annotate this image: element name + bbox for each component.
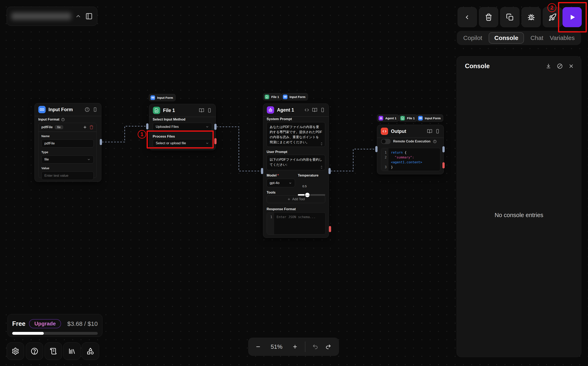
info-icon[interactable]	[433, 140, 437, 144]
port-output-out[interactable]	[442, 146, 445, 152]
name-input[interactable]: pdfFile	[41, 139, 94, 147]
response-format-editor[interactable]: 1 Enter JSON schema...	[267, 213, 326, 235]
remote-code-execution-toggle[interactable]	[381, 139, 391, 144]
port-file1-in[interactable]	[146, 123, 149, 130]
output-code-editor[interactable]: 1 2 3 return {"summary":<agent1.content>…	[381, 148, 440, 171]
type-select[interactable]: file	[41, 155, 94, 164]
agent-node-icon	[267, 106, 274, 114]
badge-label: Input Form	[425, 116, 441, 120]
redo-button[interactable]	[325, 344, 331, 350]
tab-copilot[interactable]: Copilot	[463, 34, 482, 41]
mobile-preview-icon[interactable]	[93, 107, 97, 112]
user-prompt-textarea[interactable]: 以下のPDFファイルの内容を要約してください: <file1.uploadedC…	[267, 155, 325, 170]
badge-label: Input Form	[157, 96, 173, 99]
info-icon[interactable]	[61, 118, 65, 122]
model-select[interactable]: gpt-4o	[267, 179, 295, 187]
input-form-icon	[150, 95, 155, 100]
zoom-level[interactable]: 51%	[268, 343, 285, 350]
badge-agent1: Agent 1	[377, 114, 399, 122]
tab-variables[interactable]: Variables	[550, 34, 575, 41]
changelog-button[interactable]	[45, 343, 62, 360]
docs-icon[interactable]	[312, 107, 317, 113]
node-title: File 1	[163, 108, 196, 113]
clear-console-icon[interactable]	[557, 63, 563, 69]
zoom-out-button[interactable]	[255, 344, 261, 350]
panel-left-icon[interactable]	[85, 13, 93, 20]
canvas-controls: 51%	[248, 338, 339, 356]
mobile-preview-icon[interactable]	[320, 107, 325, 112]
delete-button[interactable]	[479, 7, 498, 27]
badge-file1: File 1	[263, 93, 282, 100]
port-inputform-out[interactable]	[100, 139, 102, 145]
mobile-preview-icon[interactable]	[207, 108, 212, 113]
system-prompt-label: System Prompt	[267, 117, 292, 121]
copy-icon	[506, 13, 514, 21]
model-label-row: Model *	[267, 174, 279, 177]
value-input-placeholder: Enter test value	[45, 174, 68, 178]
port-output-in[interactable]	[375, 146, 378, 152]
system-prompt-value: あなたはPDFファイルの内容を要約する専門家です。提供されたPDFの内容を読み、…	[270, 125, 322, 144]
docs-icon[interactable]	[427, 129, 432, 134]
input-format-label: Input Format	[38, 117, 60, 122]
settings-button[interactable]	[7, 343, 24, 360]
delete-param-icon[interactable]	[89, 125, 94, 130]
debug-button[interactable]	[521, 7, 541, 27]
mobile-preview-icon[interactable]	[435, 129, 440, 134]
model-label: Model	[267, 174, 276, 177]
chevron-up-icon[interactable]	[75, 13, 82, 20]
workflow-title-card[interactable]	[7, 7, 97, 26]
plan-usage-card: Free Upgrade $3.68 / $10	[7, 314, 102, 337]
select-input-method-label: Select Input Method	[153, 117, 186, 122]
param-type-chip: file	[55, 125, 63, 129]
input-form-icon	[418, 116, 423, 121]
annotation-box-step1	[147, 130, 214, 149]
help-button[interactable]	[26, 343, 43, 360]
name-input-value: pdfFile	[45, 141, 55, 145]
wire-file1-agent1	[216, 127, 261, 171]
docs-icon[interactable]	[199, 108, 204, 113]
resize-icon[interactable]	[320, 166, 323, 169]
file-icon	[400, 116, 405, 121]
upgrade-button[interactable]: Upgrade	[29, 319, 61, 328]
response-format-placeholder: Enter JSON schema...	[276, 215, 316, 219]
node-output[interactable]: Output Remote Code Execution 1 2 3 retur…	[377, 125, 444, 174]
duplicate-button[interactable]	[500, 7, 520, 27]
file-icon	[265, 95, 269, 99]
add-param-icon[interactable]	[83, 125, 87, 130]
info-icon[interactable]	[85, 107, 90, 112]
value-input[interactable]: Enter test value	[41, 171, 94, 180]
port-agent1-in[interactable]	[261, 168, 263, 174]
resize-icon[interactable]	[320, 142, 323, 145]
port-file1-out-error[interactable]	[214, 138, 216, 144]
tab-chat[interactable]: Chat	[530, 34, 543, 41]
close-icon[interactable]	[568, 63, 574, 69]
code-view-icon[interactable]	[304, 107, 309, 112]
annotation-number-step2: 2	[547, 3, 556, 12]
node-title: Agent 1	[277, 107, 302, 113]
port-agent1-out[interactable]	[328, 168, 331, 174]
system-prompt-textarea[interactable]: あなたはPDFファイルの内容を要約する専門家です。提供されたPDFの内容を読み、…	[267, 122, 325, 147]
port-output-out-error[interactable]	[442, 162, 445, 168]
input-form-icon	[283, 95, 288, 99]
scroll-icon	[50, 347, 57, 355]
undo-button[interactable]	[312, 344, 318, 350]
agent-icon	[379, 116, 383, 121]
workflow-canvas[interactable]: 2 Copilot Console Chat Variables Console…	[0, 0, 588, 366]
port-agent1-out-error[interactable]	[329, 226, 331, 232]
type-label: Type	[41, 150, 94, 154]
input-method-select[interactable]: Uploaded Files	[153, 123, 212, 131]
components-button[interactable]	[82, 343, 99, 360]
library-button[interactable]	[63, 343, 81, 360]
zoom-in-button[interactable]	[292, 344, 298, 350]
node-agent1[interactable]: Agent 1 System Prompt あなたはPDFファイルの内容を要約す…	[263, 103, 329, 238]
add-tool-button[interactable]: Add Tool	[267, 195, 325, 203]
node-input-form[interactable]: Input Form Input Format pdfFile file Nam…	[35, 103, 101, 182]
divider	[305, 342, 305, 352]
tab-console[interactable]: Console	[489, 32, 524, 44]
port-file1-out[interactable]	[214, 124, 216, 130]
badge-input-form: Input Form	[417, 114, 443, 122]
download-icon[interactable]	[545, 63, 551, 69]
line-number: 3	[383, 165, 387, 170]
output-node-icon	[381, 128, 388, 135]
back-button[interactable]	[458, 7, 477, 27]
